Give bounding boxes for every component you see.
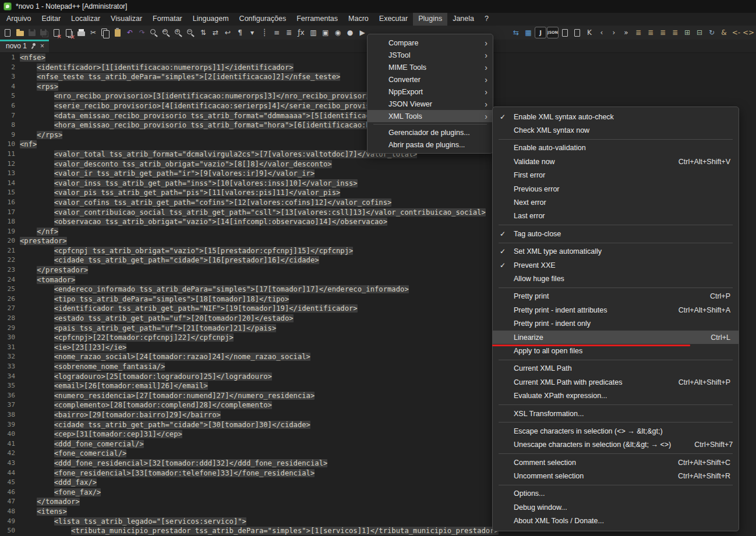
menu-item-mime-tools[interactable]: MIME Tools›: [368, 61, 493, 73]
compare-results-icon[interactable]: ▦: [522, 27, 534, 38]
snapshot-icon[interactable]: ▣: [320, 27, 331, 38]
menu-item-uncomment-selection[interactable]: Uncomment selectionCtrl+Alt+Shift+R: [493, 469, 739, 482]
menubar-item-arquivo[interactable]: Arquivo: [1, 13, 36, 26]
menubar-item-help[interactable]: ?: [479, 13, 494, 26]
menu-item-enable-auto-validation[interactable]: Enable auto-validation: [493, 141, 739, 155]
document-map-icon[interactable]: ▥: [308, 27, 319, 38]
menu-item-tag-auto-close[interactable]: ✓Tag auto-close: [493, 227, 739, 240]
menubar-item-localizar[interactable]: Localizar: [66, 13, 105, 26]
menu-item-xsl-transformation[interactable]: XSL Transformation...: [493, 407, 739, 420]
menubar-item-macro[interactable]: Macro: [343, 13, 374, 26]
compare-icon[interactable]: ⇆: [510, 27, 522, 38]
unescape-tags-icon[interactable]: <>: [743, 27, 754, 38]
goto-last-icon[interactable]: »: [620, 27, 632, 38]
sync-scroll-vertical-icon[interactable]: ⇅: [197, 27, 209, 38]
goto-prev-icon[interactable]: ‹: [596, 27, 607, 38]
menu-item-set-xml-type-automatically[interactable]: ✓Set XML type automatically: [493, 245, 739, 258]
menu-item-linearize[interactable]: LinearizeCtrl+L: [493, 331, 739, 344]
ampersand-escape-icon[interactable]: &: [718, 27, 730, 38]
menubar-item-formatar[interactable]: Formatar: [147, 13, 188, 26]
doc-switch-a-icon[interactable]: [559, 27, 571, 38]
menu-item-current-xml-path-with-predicates[interactable]: Current XML Path with predicatesCtrl+Alt…: [493, 375, 739, 389]
goto-first-icon[interactable]: K: [584, 27, 595, 38]
tree-expand-icon[interactable]: ⊞: [681, 27, 693, 38]
menu-item-previous-error[interactable]: Previous error: [493, 182, 739, 196]
escape-tags-icon[interactable]: <-: [730, 27, 742, 38]
menu-item-nppexport[interactable]: NppExport›: [368, 86, 493, 98]
menubar-item-linguagem[interactable]: Linguagem: [188, 13, 234, 26]
save-icon[interactable]: [26, 27, 38, 38]
menu-item-debug-window[interactable]: Debug window...: [493, 500, 739, 514]
goto-next-icon[interactable]: ›: [608, 27, 620, 38]
menu-item-gerenciador-de-plugins[interactable]: Gerenciador de plugins...: [368, 126, 493, 139]
menu-item-first-error[interactable]: First error: [493, 169, 739, 182]
export-rtf-icon[interactable]: ≣: [657, 27, 669, 38]
define-language-icon[interactable]: ≡: [271, 27, 282, 38]
word-wrap-icon[interactable]: ↩: [222, 27, 234, 38]
tab-pin-icon[interactable]: [30, 43, 37, 49]
json-viewer-icon[interactable]: JSON: [547, 27, 559, 38]
refresh-icon[interactable]: ↻: [706, 27, 718, 38]
doc-list-icon[interactable]: ≣: [283, 27, 295, 38]
menubar-item-plugins[interactable]: Plugins: [413, 13, 447, 26]
save-all-icon[interactable]: [38, 27, 50, 38]
sync-scroll-horizontal-icon[interactable]: ⇄: [210, 27, 221, 38]
zoom-out-icon[interactable]: [185, 27, 197, 38]
new-file-icon[interactable]: [2, 27, 13, 38]
print-icon[interactable]: [75, 27, 87, 38]
open-file-icon[interactable]: [14, 27, 26, 38]
play-macro-icon[interactable]: ▶: [356, 27, 368, 38]
menu-item-converter[interactable]: Converter›: [368, 73, 493, 86]
indent-guide-icon[interactable]: ┊: [259, 27, 270, 38]
menu-item-comment-selection[interactable]: Comment selectionCtrl+Alt+Shift+C: [493, 456, 739, 469]
menu-item-validate-now[interactable]: Validate nowCtrl+Alt+Shift+V: [493, 155, 739, 168]
close-file-icon[interactable]: [51, 27, 62, 38]
menu-item-options[interactable]: Options...: [493, 487, 739, 500]
record-macro-icon[interactable]: ●: [344, 27, 356, 38]
menubar-item-executar[interactable]: Executar: [374, 13, 413, 26]
menu-item-current-xml-path[interactable]: Current XML Path: [493, 362, 739, 375]
file-monitor-icon[interactable]: ◉: [332, 27, 344, 38]
menu-item-allow-huge-files[interactable]: Allow huge files: [493, 272, 739, 285]
menu-item-check-xml-syntax-now[interactable]: Check XML syntax now: [493, 123, 739, 137]
jstool-icon[interactable]: J: [535, 27, 546, 38]
menu-item-unescape-characters-in-selection-lt-gt[interactable]: Unescape characters in selection (&lt;&g…: [493, 438, 739, 452]
function-list-icon[interactable]: ƒx: [295, 27, 307, 38]
export-copy-icon[interactable]: ≣: [633, 27, 644, 38]
zoom-in-icon[interactable]: [173, 27, 185, 38]
menu-item-escape-characters-in-selection-lt-gt[interactable]: Escape characters in selection (<> → &lt…: [493, 424, 739, 438]
menu-item-pretty-print[interactable]: Pretty printCtrl+P: [493, 290, 739, 303]
menu-item-json-viewer[interactable]: JSON Viewer›: [368, 98, 493, 110]
cut-icon[interactable]: ✂: [87, 27, 99, 38]
menu-item-evaluate-xpath-expression[interactable]: Evaluate XPath expression...: [493, 389, 739, 402]
menu-item-enable-xml-syntax-auto-check[interactable]: ✓Enable XML syntax auto-check: [493, 110, 739, 123]
close-all-icon[interactable]: [63, 27, 75, 38]
export-all-icon[interactable]: ≣: [669, 27, 681, 38]
copy-icon[interactable]: [100, 27, 111, 38]
show-all-characters-icon[interactable]: ¶: [234, 27, 246, 38]
menu-item-pretty-print-indent-attributes[interactable]: Pretty print - indent attributesCtrl+Alt…: [493, 303, 739, 317]
doc-switch-b-icon[interactable]: [571, 27, 583, 38]
menu-item-last-error[interactable]: Last error: [493, 210, 739, 223]
menu-item-pretty-print-indent-only[interactable]: Pretty print - indent only: [493, 317, 739, 330]
replace-icon[interactable]: [161, 27, 172, 38]
export-html-icon[interactable]: ≣: [645, 27, 656, 38]
redo-icon[interactable]: ↷: [136, 27, 148, 38]
find-icon[interactable]: [149, 27, 160, 38]
undo-icon[interactable]: ↶: [124, 27, 136, 38]
show-symbol-dropdown-icon[interactable]: ▾: [246, 27, 258, 38]
menubar-item-ferramentas[interactable]: Ferramentas: [291, 13, 343, 26]
menu-item-xml-tools[interactable]: XML Tools›: [368, 110, 493, 122]
menu-item-jstool[interactable]: JSTool›: [368, 49, 493, 61]
tab-novo-1[interactable]: novo 1×: [0, 40, 49, 52]
menubar-item-configura-es[interactable]: Configurações: [234, 13, 292, 26]
menu-item-compare[interactable]: Compare›: [368, 37, 493, 49]
menu-item-prevent-xxe[interactable]: ✓Prevent XXE: [493, 258, 739, 272]
tree-collapse-icon[interactable]: ⊟: [694, 27, 705, 38]
menu-item-about-xml-tools-donate[interactable]: About XML Tools / Donate...: [493, 514, 739, 528]
menubar-item-editar[interactable]: Editar: [36, 13, 66, 26]
menubar-item-janela[interactable]: Janela: [447, 13, 479, 26]
paste-icon[interactable]: [112, 27, 123, 38]
tab-close-icon[interactable]: ×: [40, 42, 44, 49]
menu-item-next-error[interactable]: Next error: [493, 196, 739, 209]
